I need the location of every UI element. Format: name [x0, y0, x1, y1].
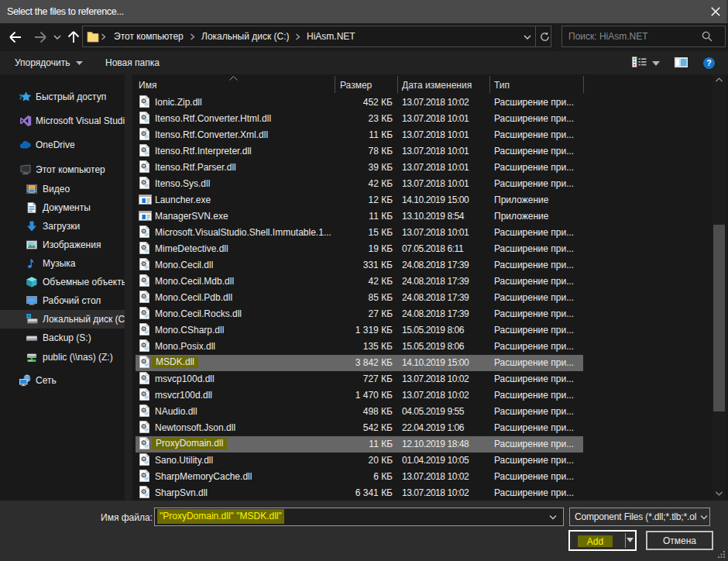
svg-text:?: ?: [706, 58, 711, 67]
